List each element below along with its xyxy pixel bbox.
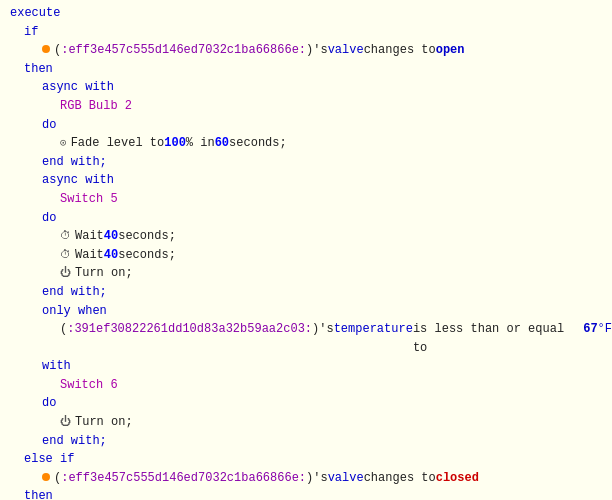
token: open (436, 41, 465, 60)
line-do1: do (0, 116, 612, 135)
token: seconds; (229, 134, 287, 153)
token: only when (42, 302, 107, 321)
token: seconds; (118, 227, 176, 246)
line-async2: async with (0, 171, 612, 190)
token: async with (42, 78, 114, 97)
line-marker (42, 45, 50, 53)
line-endwith2: end with; (0, 283, 612, 302)
token: ⏻ (60, 265, 71, 282)
token: then (24, 60, 53, 79)
token: % in (186, 134, 215, 153)
line-fade100: ⊙ Fade level to 100% in 60 seconds; (0, 134, 612, 153)
token: is less than or equal to (413, 320, 583, 357)
token: 100 (164, 134, 186, 153)
token: ⏻ (60, 414, 71, 431)
token: Turn on; (75, 413, 133, 432)
token: end with; (42, 153, 107, 172)
line-condition1: (:eff3e457c555d146ed7032c1ba66866e:)'s v… (0, 41, 612, 60)
token: end with; (42, 283, 107, 302)
token: do (42, 209, 56, 228)
line-async1: async with (0, 78, 612, 97)
token: 40 (104, 227, 118, 246)
token: ⊙ (60, 135, 67, 152)
token: do (42, 116, 56, 135)
line-then2: then (0, 487, 612, 500)
token: changes to (364, 469, 436, 488)
line-condition2: (:391ef30822261dd10d83a32b59aa2c03:)'s t… (0, 320, 612, 357)
line-elseif: else if (0, 450, 612, 469)
token: else if (24, 450, 74, 469)
token: :eff3e457c555d146ed7032c1ba66866e: (61, 469, 306, 488)
token: RGB Bulb 2 (60, 97, 132, 116)
token: )'s (306, 41, 328, 60)
token: temperature (334, 320, 413, 339)
token: )'s (306, 469, 328, 488)
token: Fade level to (71, 134, 165, 153)
token: ( (60, 320, 67, 339)
token: valve (328, 469, 364, 488)
token: seconds; (118, 246, 176, 265)
token: closed (436, 469, 479, 488)
token: end with; (42, 432, 107, 451)
token: °F (598, 320, 612, 339)
token: Wait (75, 246, 104, 265)
line-do3: do (0, 394, 612, 413)
token: async with (42, 171, 114, 190)
line-switch5a: Switch 5 (0, 190, 612, 209)
token: :eff3e457c555d146ed7032c1ba66866e: (61, 41, 306, 60)
token: ( (54, 41, 61, 60)
token: changes to (364, 41, 436, 60)
line-execute: execute (0, 4, 612, 23)
token: with (42, 357, 71, 376)
token: Wait (75, 227, 104, 246)
token: Switch 6 (60, 376, 118, 395)
token: ⏱ (60, 228, 71, 245)
token: if (24, 23, 38, 42)
token: execute (10, 4, 60, 23)
line-rgb2: RGB Bulb 2 (0, 97, 612, 116)
token: )'s (312, 320, 334, 339)
line-endwith3: end with; (0, 432, 612, 451)
line-if1: if (0, 23, 612, 42)
line-condition3: (:eff3e457c555d146ed7032c1ba66866e:)'s v… (0, 469, 612, 488)
token: 67 (583, 320, 597, 339)
line-endwith1: end with; (0, 153, 612, 172)
code-block: executeif(:eff3e457c555d146ed7032c1ba668… (0, 0, 612, 500)
token: ( (54, 469, 61, 488)
line-turnon1: ⏻ Turn on; (0, 264, 612, 283)
token: do (42, 394, 56, 413)
token: Switch 5 (60, 190, 118, 209)
token: valve (328, 41, 364, 60)
token: 60 (215, 134, 229, 153)
line-switch6: Switch 6 (0, 376, 612, 395)
line-wait40b: ⏱ Wait 40 seconds; (0, 246, 612, 265)
token: ⏱ (60, 247, 71, 264)
line-do2: do (0, 209, 612, 228)
token: :391ef30822261dd10d83a32b59aa2c03: (67, 320, 312, 339)
line-with1: with (0, 357, 612, 376)
line-marker (42, 473, 50, 481)
line-wait40a: ⏱ Wait 40 seconds; (0, 227, 612, 246)
line-onlywhen: only when (0, 302, 612, 321)
token: Turn on; (75, 264, 133, 283)
line-then1: then (0, 60, 612, 79)
line-turnon2: ⏻ Turn on; (0, 413, 612, 432)
token: then (24, 487, 53, 500)
token: 40 (104, 246, 118, 265)
